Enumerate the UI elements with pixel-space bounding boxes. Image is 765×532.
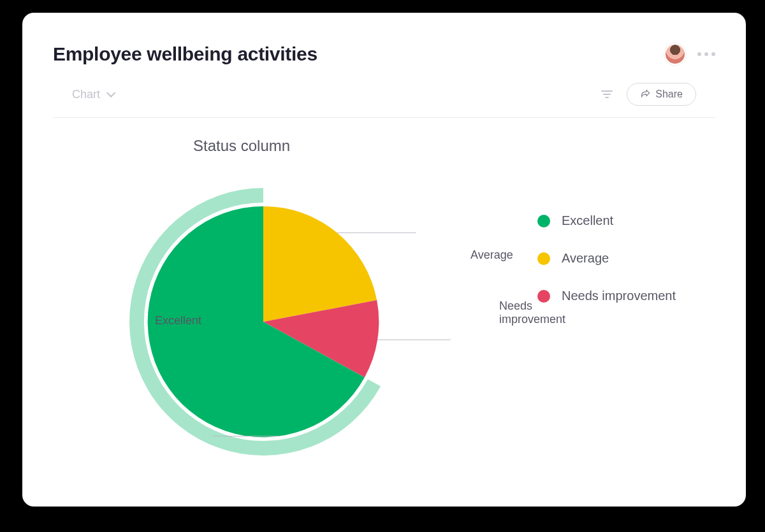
share-arrow-icon bbox=[640, 89, 650, 99]
legend-label: Average bbox=[562, 251, 609, 266]
pie-chart: Excellent Average Needs improvement bbox=[129, 175, 397, 468]
avatar[interactable] bbox=[664, 43, 686, 65]
view-selector-label: Chart bbox=[72, 88, 100, 101]
legend-label: Excellent bbox=[562, 213, 613, 228]
page-title: Employee wellbeing activities bbox=[53, 43, 317, 65]
header: Employee wellbeing activities bbox=[53, 43, 715, 65]
legend-item-average: Average bbox=[537, 251, 676, 266]
chart-title: Status column bbox=[193, 137, 290, 155]
app-card: Employee wellbeing activities Chart bbox=[22, 13, 746, 507]
legend-dot-icon bbox=[537, 215, 550, 227]
legend-dot-icon bbox=[537, 252, 550, 265]
callout-excellent: Excellent bbox=[155, 314, 201, 327]
callout-needs-improvement: Needs improvement bbox=[499, 299, 588, 326]
chevron-down-icon bbox=[106, 89, 115, 97]
callout-average: Average bbox=[470, 248, 513, 262]
chart-area: Status column Excellent Average Needs im… bbox=[53, 118, 715, 475]
legend-dot-icon bbox=[537, 290, 550, 303]
legend-item-needs: Needs improvement bbox=[537, 289, 676, 303]
toolbar: Chart Share bbox=[53, 83, 715, 118]
share-button[interactable]: Share bbox=[627, 83, 696, 106]
legend-item-excellent: Excellent bbox=[537, 213, 676, 228]
view-selector[interactable]: Chart bbox=[72, 88, 113, 101]
filter-icon[interactable] bbox=[601, 90, 613, 98]
more-menu-icon[interactable] bbox=[697, 52, 715, 56]
share-button-label: Share bbox=[655, 89, 683, 100]
legend: Excellent Average Needs improvement bbox=[537, 213, 676, 303]
legend-label: Needs improvement bbox=[562, 289, 676, 303]
